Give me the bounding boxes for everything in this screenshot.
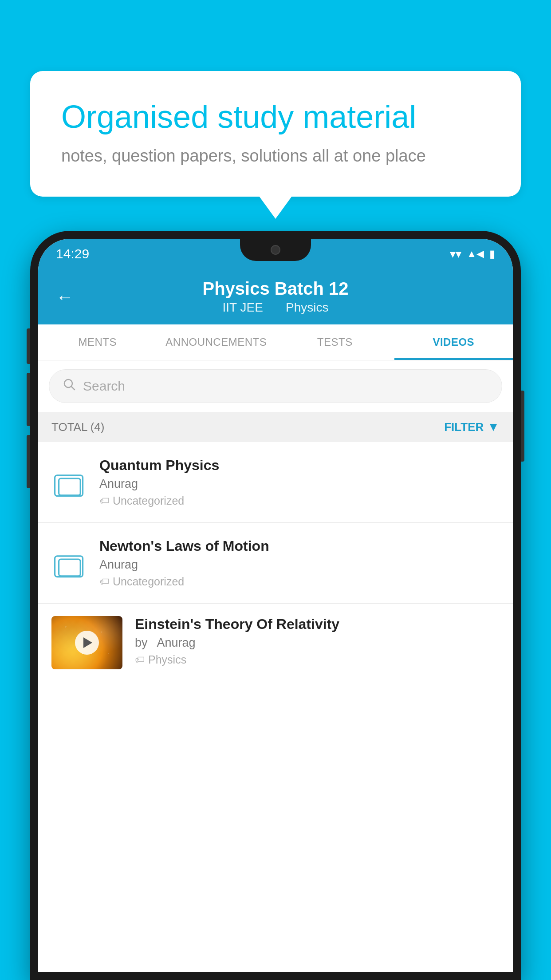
tag-label: Uncategorized bbox=[113, 494, 184, 507]
video-list: Quantum Physics Anurag 🏷 Uncategorized bbox=[38, 442, 513, 972]
folder-icon bbox=[53, 466, 85, 498]
item-info: Einstein's Theory Of Relativity by Anura… bbox=[135, 616, 500, 666]
tag-icon: 🏷 bbox=[135, 654, 145, 666]
filter-button[interactable]: FILTER ▼ bbox=[444, 420, 500, 434]
item-title: Einstein's Theory Of Relativity bbox=[135, 616, 500, 632]
phone-side-button-power[interactable] bbox=[521, 391, 524, 462]
list-header: TOTAL (4) FILTER ▼ bbox=[38, 412, 513, 442]
tag-label: Uncategorized bbox=[113, 575, 184, 588]
filter-label: FILTER bbox=[444, 420, 484, 434]
search-bar[interactable]: Search bbox=[49, 369, 502, 403]
phone-side-button-vol-indicator bbox=[27, 328, 30, 364]
search-icon bbox=[63, 378, 76, 395]
item-author: Anurag bbox=[99, 477, 500, 491]
item-title: Quantum Physics bbox=[99, 457, 500, 474]
tab-bar: MENTS ANNOUNCEMENTS TESTS VIDEOS bbox=[38, 324, 513, 360]
signal-icon: ▲◀ bbox=[467, 248, 484, 260]
svg-rect-5 bbox=[59, 559, 81, 576]
search-placeholder: Search bbox=[83, 379, 125, 394]
filter-icon: ▼ bbox=[487, 420, 500, 434]
status-icons: ▾▾ ▲◀ ▮ bbox=[450, 247, 495, 261]
tab-announcements[interactable]: ANNOUNCEMENTS bbox=[157, 324, 276, 360]
tag-icon: 🏷 bbox=[99, 576, 109, 588]
svg-line-1 bbox=[71, 387, 75, 390]
search-container: Search bbox=[38, 360, 513, 412]
phone-side-button-vol-up[interactable] bbox=[27, 373, 30, 426]
status-time: 14:29 bbox=[56, 246, 89, 261]
speech-bubble: Organised study material notes, question… bbox=[30, 71, 521, 197]
svg-rect-3 bbox=[59, 478, 81, 495]
tag-label: Physics bbox=[148, 653, 186, 666]
total-count: TOTAL (4) bbox=[51, 420, 104, 434]
item-icon-folder bbox=[51, 462, 87, 502]
batch-title: Physics Batch 12 bbox=[56, 279, 495, 299]
tag-icon: 🏷 bbox=[99, 495, 109, 507]
back-button[interactable]: ← bbox=[56, 287, 74, 307]
batch-tag2: Physics bbox=[286, 300, 328, 314]
list-item[interactable]: Quantum Physics Anurag 🏷 Uncategorized bbox=[38, 442, 513, 523]
bubble-title: Organised study material bbox=[61, 98, 490, 136]
batch-tag1: IIT JEE bbox=[223, 300, 263, 314]
phone-screen: 14:29 ▾▾ ▲◀ ▮ ← Physics Batch 12 IIT JEE… bbox=[38, 239, 513, 972]
item-info: Quantum Physics Anurag 🏷 Uncategorized bbox=[99, 457, 500, 507]
wifi-icon: ▾▾ bbox=[450, 247, 461, 261]
tab-videos[interactable]: VIDEOS bbox=[394, 324, 513, 360]
author-prefix: by bbox=[135, 636, 148, 649]
list-item[interactable]: Einstein's Theory Of Relativity by Anura… bbox=[38, 604, 513, 684]
item-title: Newton's Laws of Motion bbox=[99, 538, 500, 554]
play-button[interactable] bbox=[75, 631, 99, 655]
item-tag: 🏷 Uncategorized bbox=[99, 494, 500, 507]
phone-frame: 14:29 ▾▾ ▲◀ ▮ ← Physics Batch 12 IIT JEE… bbox=[30, 231, 521, 980]
video-thumbnail bbox=[51, 616, 122, 669]
phone-notch bbox=[240, 239, 311, 261]
item-tag: 🏷 Physics bbox=[135, 653, 500, 666]
item-author: by Anurag bbox=[135, 636, 500, 650]
batch-subtitle: IIT JEE Physics bbox=[56, 300, 495, 315]
item-info: Newton's Laws of Motion Anurag 🏷 Uncateg… bbox=[99, 538, 500, 588]
author-name: Anurag bbox=[157, 636, 196, 649]
bubble-subtitle: notes, question papers, solutions all at… bbox=[61, 146, 490, 166]
tab-ments[interactable]: MENTS bbox=[38, 324, 157, 360]
front-camera bbox=[271, 245, 280, 255]
app-header: ← Physics Batch 12 IIT JEE Physics bbox=[38, 269, 513, 324]
folder-icon bbox=[53, 547, 85, 579]
item-tag: 🏷 Uncategorized bbox=[99, 575, 500, 588]
item-icon-folder bbox=[51, 543, 87, 583]
phone-side-button-vol-down[interactable] bbox=[27, 435, 30, 488]
tab-tests[interactable]: TESTS bbox=[276, 324, 394, 360]
list-item[interactable]: Newton's Laws of Motion Anurag 🏷 Uncateg… bbox=[38, 523, 513, 604]
battery-icon: ▮ bbox=[489, 248, 495, 260]
item-author: Anurag bbox=[99, 558, 500, 572]
